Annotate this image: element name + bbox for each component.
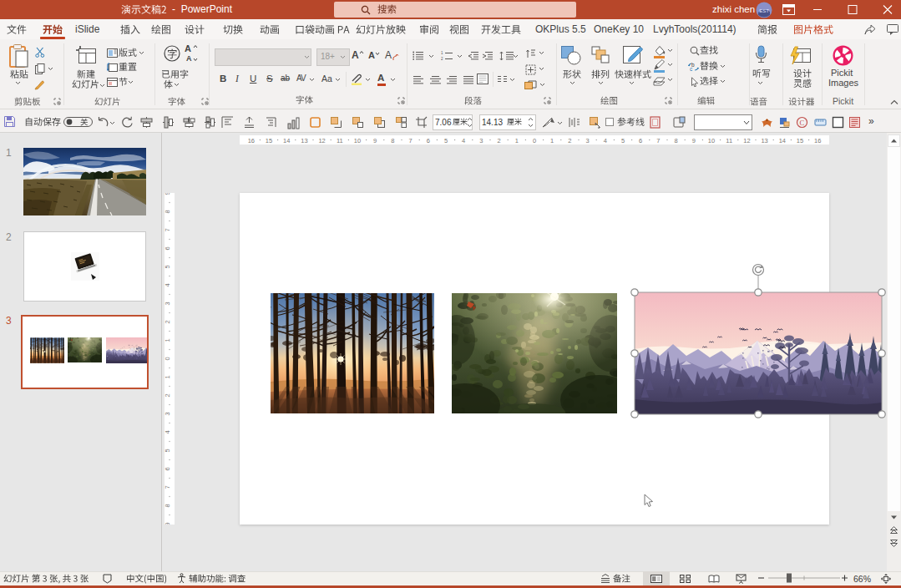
svg-text:11: 11 [726,137,732,144]
svg-text:1: 1 [165,338,171,342]
svg-text:3: 3 [165,302,171,305]
svg-text:7: 7 [165,228,171,231]
svg-text:7: 7 [409,137,413,144]
svg-text:1: 1 [550,137,554,144]
svg-text:EST: EST [759,8,769,13]
svg-text:15: 15 [266,137,272,144]
svg-text:4: 4 [165,283,171,286]
svg-text:13: 13 [301,137,307,144]
svg-text:5: 5 [621,137,625,144]
svg-text:3: 3 [586,137,590,144]
svg-text:1: 1 [165,375,171,378]
svg-text:2: 2 [498,137,501,144]
svg-text:9: 9 [373,137,377,144]
svg-text:3: 3 [479,137,483,144]
svg-text:6: 6 [639,137,642,144]
svg-text:6: 6 [427,137,430,144]
svg-text:0: 0 [165,357,171,360]
svg-text:2: 2 [568,137,571,144]
svg-text:0: 0 [533,137,536,144]
svg-text:15: 15 [797,137,803,144]
svg-text:C: C [800,119,805,127]
svg-text:7: 7 [165,485,171,489]
svg-text:16: 16 [248,137,255,144]
svg-text:1: 1 [515,137,519,144]
svg-text:1: 1 [441,51,443,55]
svg-text:9: 9 [165,193,171,195]
svg-text:12: 12 [743,137,750,144]
svg-text:2: 2 [165,320,171,323]
svg-text:10: 10 [708,137,715,144]
svg-text:4: 4 [604,137,607,144]
svg-text:8: 8 [675,137,678,144]
svg-text:4: 4 [165,430,171,433]
svg-text:8: 8 [165,504,171,507]
svg-text:5: 5 [165,449,171,452]
svg-text:9: 9 [165,522,171,525]
svg-text:14: 14 [283,137,290,144]
svg-text:12: 12 [318,137,325,144]
svg-text:2: 2 [165,393,171,397]
svg-text:6: 6 [165,467,171,470]
svg-text:4: 4 [462,137,465,144]
svg-text:8: 8 [165,210,171,213]
svg-text:11: 11 [337,137,343,144]
svg-text:10: 10 [354,137,361,144]
svg-text:14: 14 [779,137,786,144]
svg-text:5: 5 [165,265,171,268]
svg-text:5: 5 [444,137,448,144]
svg-text:9: 9 [692,137,696,144]
svg-text:3: 3 [165,412,171,415]
svg-text:13: 13 [761,137,767,144]
svg-text:7: 7 [656,137,660,144]
svg-text:6: 6 [165,246,171,250]
svg-text:8: 8 [391,137,394,144]
svg-text:16: 16 [814,137,821,144]
svg-text:2: 2 [441,57,443,61]
